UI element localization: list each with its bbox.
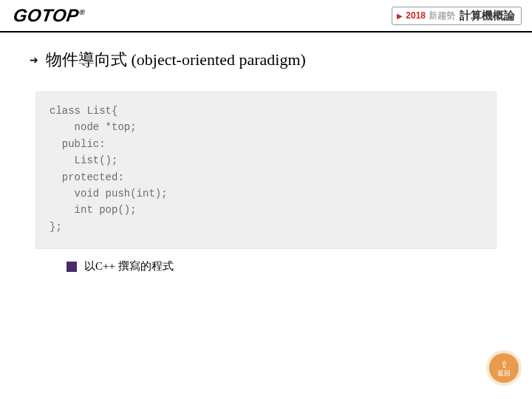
- slide-content: ➔ 物件導向式 (object-oriented paradigm) class…: [0, 33, 532, 273]
- topic-badge: ▶ 2018 新趨勢 計算機概論: [392, 7, 522, 25]
- badge-trend: 新趨勢: [429, 10, 455, 22]
- play-icon: ▶: [397, 12, 403, 20]
- heading-row: ➔ 物件導向式 (object-oriented paradigm): [30, 49, 502, 71]
- slide-header: GOTOP® ▶ 2018 新趨勢 計算機概論: [0, 0, 532, 33]
- badge-year: 2018: [406, 10, 426, 21]
- logo-text: GOTOP: [12, 5, 81, 25]
- arrow-bullet-icon: ➔: [30, 54, 38, 66]
- page-title: 物件導向式 (object-oriented paradigm): [46, 49, 306, 71]
- code-block: class List{ node *top; public: List(); p…: [35, 92, 497, 249]
- brand-logo: GOTOP®: [12, 5, 86, 26]
- logo-registered: ®: [79, 8, 86, 16]
- code-caption: 以C++ 撰寫的程式: [84, 259, 174, 273]
- badge-title: 計算機概論: [460, 9, 515, 23]
- return-label: 返回: [497, 370, 511, 377]
- up-arrow-icon: ⇧: [500, 360, 508, 369]
- caption-row: 以C++ 撰寫的程式: [66, 259, 502, 273]
- return-button[interactable]: ⇧ 返回: [489, 353, 519, 383]
- square-bullet-icon: [66, 262, 77, 272]
